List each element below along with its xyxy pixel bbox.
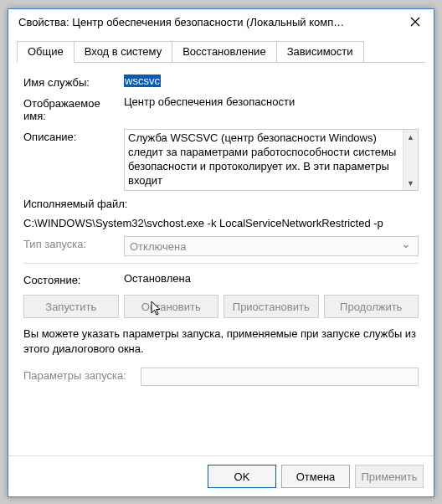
- tab-content-general: Имя службы: wscsvc Отображаемое имя: Цен…: [17, 63, 425, 455]
- control-buttons: Запустить Остановить Приостановить Продо…: [23, 295, 419, 318]
- apply-button[interactable]: Применить: [355, 465, 424, 488]
- startup-type-value: Отключена: [130, 240, 186, 253]
- tab-recovery[interactable]: Восстановление: [172, 41, 276, 62]
- label-status: Состояние:: [23, 272, 124, 286]
- tab-logon[interactable]: Вход в систему: [75, 41, 172, 62]
- pause-button[interactable]: Приостановить: [224, 295, 319, 318]
- label-path: Исполняемый файл:: [23, 198, 127, 210]
- row-description: Описание: Служба WSCSVC (центр безопасно…: [23, 129, 419, 191]
- label-display-name: Отображаемое имя:: [23, 95, 124, 122]
- row-service-name: Имя службы: wscsvc: [23, 75, 419, 89]
- row-display-name: Отображаемое имя: Центр обеспечения безо…: [23, 95, 419, 122]
- cancel-button[interactable]: Отмена: [281, 465, 350, 488]
- row-path-label: Исполняемый файл:: [23, 198, 419, 210]
- label-params: Параметры запуска:: [23, 368, 141, 382]
- label-description: Описание:: [23, 129, 124, 143]
- client-area: Общие Вход в систему Восстановление Зави…: [8, 34, 434, 455]
- ok-button[interactable]: OK: [208, 465, 276, 488]
- row-params: Параметры запуска:: [23, 368, 419, 386]
- close-button[interactable]: [405, 12, 425, 32]
- row-path-value: C:\WINDOWS\System32\svchost.exe -k Local…: [23, 217, 419, 229]
- tab-general[interactable]: Общие: [17, 41, 75, 63]
- label-service-name: Имя службы:: [23, 75, 124, 89]
- row-startup-type: Тип запуска: Отключена: [23, 236, 419, 256]
- description-text[interactable]: Служба WSCSVC (центр безопасности Window…: [125, 130, 403, 190]
- value-display-name: Центр обеспечения безопасности: [124, 95, 419, 108]
- value-path: C:\WINDOWS\System32\svchost.exe -k Local…: [23, 217, 383, 229]
- start-button[interactable]: Запустить: [23, 295, 119, 318]
- stop-button[interactable]: Остановить: [124, 295, 219, 318]
- label-startup-type: Тип запуска:: [23, 236, 124, 250]
- startup-type-select[interactable]: Отключена: [124, 236, 419, 256]
- params-input[interactable]: [141, 368, 419, 386]
- value-status: Остановлена: [124, 272, 419, 285]
- resume-button[interactable]: Продолжить: [324, 295, 419, 318]
- scroll-down-icon[interactable]: ▼: [403, 176, 418, 190]
- scroll-up-icon[interactable]: ▲: [403, 130, 418, 144]
- properties-dialog: Свойства: Центр обеспечения безопасности…: [8, 8, 434, 497]
- close-icon: [410, 17, 420, 27]
- row-status: Состояние: Остановлена: [23, 272, 419, 286]
- service-name-selected[interactable]: wscsvc: [124, 75, 161, 87]
- description-scrollbar[interactable]: ▲ ▼: [403, 130, 418, 190]
- window-title: Свойства: Центр обеспечения безопасности…: [18, 16, 405, 28]
- dialog-footer: OK Отмена Применить: [8, 455, 434, 496]
- info-text: Вы можете указать параметры запуска, при…: [23, 327, 419, 356]
- separator: [23, 263, 419, 264]
- tab-dependencies[interactable]: Зависимости: [277, 41, 364, 62]
- titlebar: Свойства: Центр обеспечения безопасности…: [8, 9, 434, 34]
- description-box: Служба WSCSVC (центр безопасности Window…: [124, 129, 419, 191]
- tab-strip: Общие Вход в систему Восстановление Зави…: [17, 41, 425, 63]
- value-service-name: wscsvc: [124, 75, 419, 87]
